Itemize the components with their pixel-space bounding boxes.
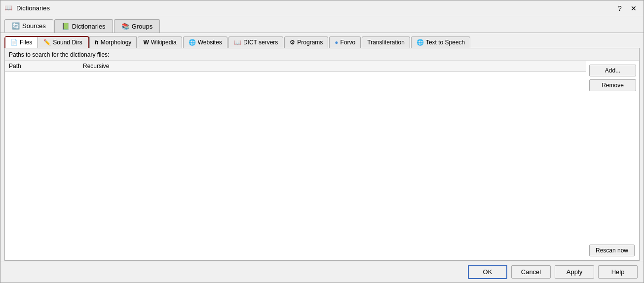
main-window: 📖 Dictionaries ? ✕ 🔄 Sources 📗 Dictionar… — [0, 0, 644, 283]
subtab-files[interactable]: 📄 Files — [5, 37, 38, 48]
subtab-transliteration[interactable]: Transliteration — [362, 36, 410, 48]
files-icon: 📄 — [10, 39, 18, 46]
programs-icon: ⚙ — [290, 39, 295, 46]
groups-icon: 📚 — [121, 23, 129, 30]
subtab-dict-servers[interactable]: 📖 DICT servers — [228, 36, 283, 48]
ok-button[interactable]: OK — [468, 265, 507, 279]
tab-sources[interactable]: 🔄 Sources — [4, 19, 53, 33]
subtab-transliteration-label: Transliteration — [367, 39, 405, 46]
title-bar-left: 📖 Dictionaries — [4, 4, 50, 13]
dict-servers-icon: 📖 — [234, 39, 241, 46]
files-right-panel: Add... Remove Rescan now — [586, 61, 639, 260]
paths-label: Paths to search for the dictionary files… — [5, 48, 639, 61]
websites-icon: 🌐 — [189, 39, 196, 46]
sub-content: Paths to search for the dictionary files… — [4, 48, 640, 261]
title-bar: 📖 Dictionaries ? ✕ — [0, 0, 644, 16]
subtab-dict-servers-label: DICT servers — [243, 39, 278, 46]
subtab-forvo[interactable]: ● Forvo — [329, 36, 361, 48]
subtab-websites[interactable]: 🌐 Websites — [183, 36, 227, 48]
subtab-websites-label: Websites — [198, 39, 222, 46]
tab-dictionaries[interactable]: 📗 Dictionaries — [54, 19, 113, 33]
wikipedia-icon: W — [143, 39, 149, 46]
subtab-sound-dirs[interactable]: ✏️ Sound Dirs — [38, 37, 87, 48]
sources-icon: 🔄 — [12, 22, 20, 30]
app-icon: 📖 — [4, 4, 13, 13]
rescan-button[interactable]: Rescan now — [589, 245, 635, 256]
highlighted-subtab-group: 📄 Files ✏️ Sound Dirs — [4, 36, 89, 48]
subtab-programs-label: Programs — [297, 39, 323, 46]
column-recursive: Recursive — [83, 63, 109, 70]
tab-groups[interactable]: 📚 Groups — [114, 19, 160, 33]
subtab-wikipedia[interactable]: W Wikipedia — [138, 36, 182, 48]
subtab-sound-dirs-label: Sound Dirs — [53, 39, 82, 46]
help-bottom-button[interactable]: Help — [598, 265, 638, 279]
main-tabs: 🔄 Sources 📗 Dictionaries 📚 Groups — [0, 16, 644, 33]
sound-dirs-icon: ✏️ — [43, 39, 51, 46]
subtab-morphology-label: Morphology — [101, 39, 132, 46]
subtab-forvo-label: Forvo — [341, 39, 356, 46]
help-button[interactable]: ? — [614, 3, 626, 14]
subtab-programs[interactable]: ⚙ Programs — [284, 36, 328, 48]
close-button[interactable]: ✕ — [628, 3, 640, 14]
remove-button[interactable]: Remove — [589, 79, 636, 91]
forvo-icon: ● — [335, 39, 338, 46]
tab-groups-label: Groups — [132, 23, 153, 30]
files-panel: Path Recursive Add... Remove Rescan now — [5, 61, 639, 260]
files-table-container: Path Recursive — [5, 61, 586, 260]
add-button[interactable]: Add... — [589, 65, 636, 76]
subtab-files-label: Files — [20, 39, 32, 46]
rescan-btn-wrap: Rescan now — [589, 245, 636, 256]
tab-sources-label: Sources — [22, 22, 46, 30]
title-bar-controls: ? ✕ — [614, 3, 640, 14]
text-to-speech-icon: 🌐 — [417, 39, 424, 46]
sub-tabs: 📄 Files ✏️ Sound Dirs h Morphology W Wik… — [0, 33, 644, 48]
subtab-wikipedia-label: Wikipedia — [151, 39, 177, 46]
tab-dictionaries-label: Dictionaries — [72, 23, 106, 30]
subtab-text-to-speech[interactable]: 🌐 Text to Speech — [411, 36, 470, 48]
window-title: Dictionaries — [16, 4, 50, 12]
content-area: 📄 Files ✏️ Sound Dirs h Morphology W Wik… — [0, 33, 644, 261]
morphology-icon: h — [95, 38, 99, 46]
cancel-button[interactable]: Cancel — [511, 265, 551, 279]
bottom-bar: OK Cancel Apply Help — [0, 261, 644, 283]
apply-button[interactable]: Apply — [555, 265, 594, 279]
table-header: Path Recursive — [5, 61, 586, 72]
subtab-morphology[interactable]: h Morphology — [89, 36, 137, 48]
dictionaries-icon: 📗 — [62, 23, 70, 30]
subtab-text-to-speech-label: Text to Speech — [426, 39, 465, 46]
column-path: Path — [9, 63, 83, 70]
table-body — [5, 72, 586, 260]
